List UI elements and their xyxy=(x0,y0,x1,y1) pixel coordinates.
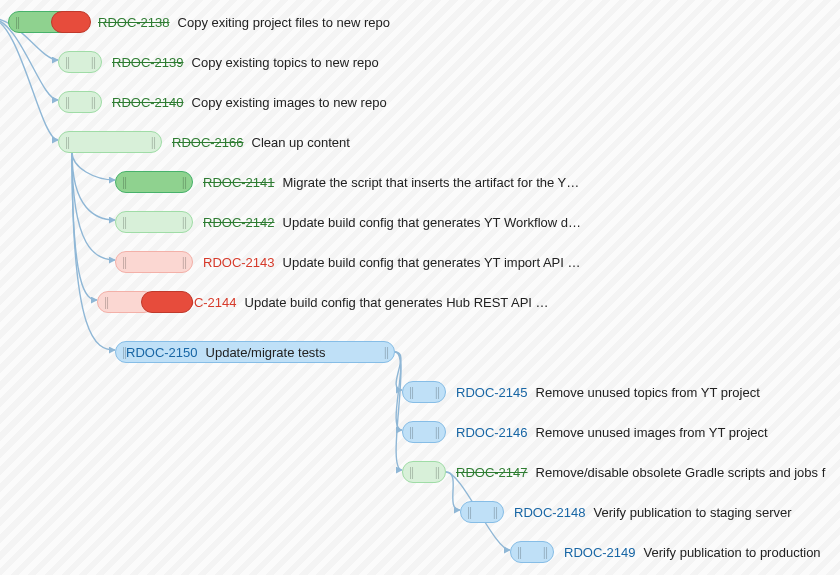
ticket-id[interactable]: RDOC-2148 xyxy=(514,505,586,520)
ticket-id[interactable]: RDOC-2149 xyxy=(564,545,636,560)
task-title[interactable]: Copy existing images to new repo xyxy=(192,95,387,110)
task-label: RDOC-2146Remove unused images from YT pr… xyxy=(446,425,768,440)
resize-grip-left-icon[interactable]: || xyxy=(120,175,128,189)
resize-grip-right-icon[interactable]: || xyxy=(491,505,499,519)
task-title[interactable]: Verify publication to staging server xyxy=(594,505,792,520)
ticket-id[interactable]: RDOC-2166 xyxy=(172,135,244,150)
task-label: RDOC-2144Update build config that genera… xyxy=(155,295,549,310)
task-title[interactable]: Remove/disable obsolete Gradle scripts a… xyxy=(536,465,826,480)
resize-grip-left-icon[interactable]: || xyxy=(407,425,415,439)
resize-grip-left-icon[interactable]: || xyxy=(120,215,128,229)
ticket-id[interactable]: RDOC-2145 xyxy=(456,385,528,400)
gantt-row: ||||RDOC-2150Update/migrate tests xyxy=(0,340,395,364)
resize-grip-left-icon[interactable]: || xyxy=(13,15,21,29)
gantt-bar[interactable]: |||| xyxy=(97,291,155,313)
gantt-bar[interactable]: |||| xyxy=(510,541,554,563)
task-title[interactable]: Update build config that generates YT Wo… xyxy=(283,215,581,230)
task-title[interactable]: Migrate the script that inserts the arti… xyxy=(283,175,580,190)
dependency-arrow xyxy=(395,352,402,470)
task-label: RDOC-2141Migrate the script that inserts… xyxy=(193,175,579,190)
task-label: RDOC-2166Clean up content xyxy=(162,135,350,150)
spacer xyxy=(0,102,58,103)
spacer xyxy=(0,552,510,553)
resize-grip-left-icon[interactable]: || xyxy=(102,295,110,309)
gantt-bar[interactable]: |||| xyxy=(460,501,504,523)
resize-grip-right-icon[interactable]: || xyxy=(149,135,157,149)
resize-grip-left-icon[interactable]: || xyxy=(63,55,71,69)
resize-grip-right-icon[interactable]: || xyxy=(89,95,97,109)
gantt-canvas: { "rows": [ { "id": "RDOC-2138", "title"… xyxy=(0,0,840,575)
task-title[interactable]: Copy exiting project files to new repo xyxy=(178,15,390,30)
resize-grip-right-icon[interactable]: || xyxy=(382,345,390,359)
resize-grip-left-icon[interactable]: || xyxy=(465,505,473,519)
gantt-bar[interactable]: ||||RDOC-2150Update/migrate tests xyxy=(115,341,395,363)
task-label: RDOC-2147Remove/disable obsolete Gradle … xyxy=(446,465,825,480)
gantt-bar[interactable]: |||| xyxy=(8,11,88,33)
task-title[interactable]: Update/migrate tests xyxy=(206,345,326,360)
resize-grip-left-icon[interactable]: || xyxy=(63,95,71,109)
dependency-connectors xyxy=(0,0,840,575)
gantt-row: ||||RDOC-2139Copy existing topics to new… xyxy=(0,50,379,74)
task-title[interactable]: Copy existing topics to new repo xyxy=(192,55,379,70)
resize-grip-right-icon[interactable]: || xyxy=(180,255,188,269)
ticket-id[interactable]: RDOC-2147 xyxy=(456,465,528,480)
ticket-id[interactable]: RDOC-2140 xyxy=(112,95,184,110)
gantt-bar[interactable]: |||| xyxy=(402,461,446,483)
gantt-bar[interactable]: |||| xyxy=(115,171,193,193)
task-title[interactable]: Update build config that generates YT im… xyxy=(283,255,581,270)
spacer xyxy=(0,182,115,183)
gantt-row: ||||RDOC-2144Update build config that ge… xyxy=(0,290,549,314)
gantt-bar[interactable]: |||| xyxy=(402,421,446,443)
gantt-row: ||||RDOC-2142Update build config that ge… xyxy=(0,210,581,234)
resize-grip-left-icon[interactable]: || xyxy=(407,385,415,399)
gantt-row: ||||RDOC-2166Clean up content xyxy=(0,130,350,154)
task-title[interactable]: Remove unused topics from YT project xyxy=(536,385,760,400)
gantt-bar[interactable]: |||| xyxy=(402,381,446,403)
ticket-id[interactable]: RDOC-2141 xyxy=(203,175,275,190)
resize-grip-right-icon[interactable]: || xyxy=(89,55,97,69)
task-title[interactable]: Verify publication to production xyxy=(644,545,821,560)
task-label: RDOC-2142Update build config that genera… xyxy=(193,215,581,230)
resize-grip-right-icon[interactable]: || xyxy=(433,465,441,479)
resize-grip-left-icon[interactable]: || xyxy=(120,255,128,269)
ticket-id[interactable]: RDOC-2146 xyxy=(456,425,528,440)
resize-grip-right-icon[interactable]: || xyxy=(541,545,549,559)
gantt-bar[interactable]: |||| xyxy=(58,51,102,73)
spacer xyxy=(0,22,8,23)
gantt-row: ||||RDOC-2143Update build config that ge… xyxy=(0,250,581,274)
resize-grip-left-icon[interactable]: || xyxy=(63,135,71,149)
task-title[interactable]: Update build config that generates Hub R… xyxy=(245,295,549,310)
ticket-id[interactable]: RDOC-2142 xyxy=(203,215,275,230)
gantt-row: ||||RDOC-2148Verify publication to stagi… xyxy=(0,500,792,524)
task-label: RDOC-2143Update build config that genera… xyxy=(193,255,581,270)
spacer xyxy=(0,262,115,263)
resize-grip-right-icon[interactable]: || xyxy=(180,215,188,229)
task-label: RDOC-2139Copy existing topics to new rep… xyxy=(102,55,379,70)
resize-grip-right-icon[interactable]: || xyxy=(433,385,441,399)
ticket-id[interactable]: RDOC-2143 xyxy=(203,255,275,270)
gantt-bar[interactable]: |||| xyxy=(58,91,102,113)
resize-grip-left-icon[interactable]: || xyxy=(407,465,415,479)
resize-grip-left-icon[interactable]: || xyxy=(515,545,523,559)
gantt-bar[interactable]: |||| xyxy=(115,251,193,273)
task-label: RDOC-2140Copy existing images to new rep… xyxy=(102,95,387,110)
resize-grip-right-icon[interactable]: || xyxy=(180,175,188,189)
gantt-bar-progress[interactable] xyxy=(141,291,193,313)
task-label: RDOC-2145Remove unused topics from YT pr… xyxy=(446,385,760,400)
spacer xyxy=(0,302,97,303)
gantt-bar[interactable]: |||| xyxy=(115,211,193,233)
task-title[interactable]: Clean up content xyxy=(252,135,350,150)
ticket-id[interactable]: RDOC-2138 xyxy=(98,15,170,30)
gantt-bar-progress[interactable] xyxy=(51,11,91,33)
gantt-row: ||||RDOC-2140Copy existing images to new… xyxy=(0,90,387,114)
spacer xyxy=(0,62,58,63)
dependency-arrow xyxy=(72,152,115,260)
gantt-bar[interactable]: |||| xyxy=(58,131,162,153)
gantt-row: ||||RDOC-2146Remove unused images from Y… xyxy=(0,420,768,444)
task-label: RDOC-2150Update/migrate tests xyxy=(126,345,325,360)
ticket-id[interactable]: RDOC-2150 xyxy=(126,345,198,360)
ticket-id[interactable]: RDOC-2139 xyxy=(112,55,184,70)
resize-grip-right-icon[interactable]: || xyxy=(433,425,441,439)
task-title[interactable]: Remove unused images from YT project xyxy=(536,425,768,440)
gantt-row: ||||RDOC-2138Copy exiting project files … xyxy=(0,10,390,34)
